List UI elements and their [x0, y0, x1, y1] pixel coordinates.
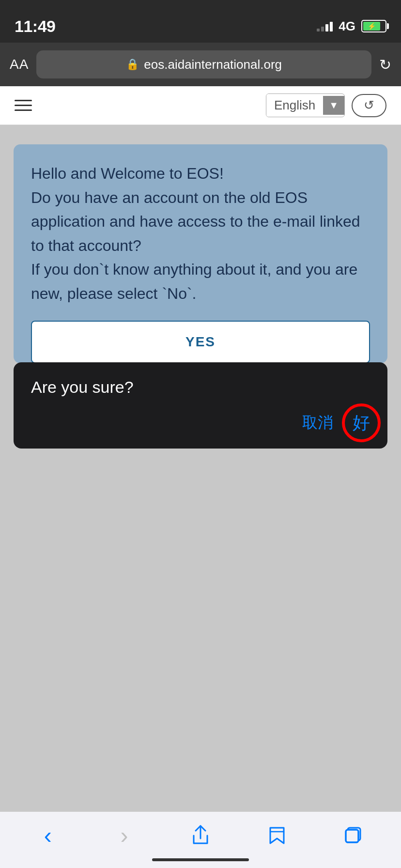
language-arrow-icon: ▼ [323, 96, 344, 115]
cancel-button[interactable]: 取消 [302, 412, 333, 434]
tabs-button[interactable] [334, 821, 372, 850]
welcome-line6: new, please select `No`. [31, 285, 197, 302]
bottom-bar: ‹ › [0, 811, 401, 868]
hamburger-line [15, 100, 32, 101]
hamburger-line [15, 105, 32, 106]
status-icons: 4G ⚡ [317, 19, 386, 34]
nav-right: English ▼ ↺ [266, 93, 386, 117]
home-indicator [152, 858, 249, 861]
language-selector[interactable]: English ▼ [266, 93, 345, 117]
reload-button[interactable]: ↺ [352, 94, 386, 117]
network-label: 4G [339, 19, 355, 34]
hamburger-line [15, 109, 32, 111]
lock-icon: 🔒 [126, 58, 139, 71]
url-bar[interactable]: 🔒 eos.aidainternational.org [36, 50, 371, 78]
reload-icon: ↺ [364, 98, 374, 113]
share-button[interactable] [181, 821, 220, 850]
bookmarks-button[interactable] [258, 821, 296, 850]
welcome-text: Hello and Welcome to EOS! Do you have an… [31, 162, 370, 306]
battery-icon: ⚡ [361, 20, 386, 32]
forward-button[interactable]: › [105, 821, 143, 850]
confirm-question: Are you sure? [31, 378, 370, 397]
language-text: English [266, 94, 323, 117]
page-content: Hello and Welcome to EOS! Do you have an… [0, 125, 401, 449]
welcome-line2: Do you have an account on the old EOS [31, 189, 308, 206]
welcome-line4: to that account? [31, 237, 141, 254]
hamburger-menu-button[interactable] [15, 100, 32, 111]
browser-aa-button[interactable]: AA [10, 57, 29, 72]
welcome-line3: application and have access to the e-mai… [31, 213, 360, 230]
welcome-line5: If you don`t know anything about it, and… [31, 261, 357, 278]
ok-button-wrapper: 好 [353, 411, 370, 435]
confirm-dialog: Are you sure? 取消 好 [14, 362, 387, 449]
yes-button[interactable]: YES [31, 321, 370, 363]
confirm-actions: 取消 好 [31, 411, 370, 435]
welcome-card: Hello and Welcome to EOS! Do you have an… [14, 144, 387, 363]
navbar: English ▼ ↺ [0, 86, 401, 125]
signal-icon [317, 21, 333, 31]
welcome-line1: Hello and Welcome to EOS! [31, 165, 224, 182]
refresh-icon[interactable]: ↻ [379, 56, 391, 73]
browser-bar: AA 🔒 eos.aidainternational.org ↻ [0, 43, 401, 86]
status-bar: 11:49 4G ⚡ [0, 0, 401, 43]
svg-rect-1 [346, 830, 358, 842]
ok-button[interactable]: 好 [353, 411, 370, 435]
back-button[interactable]: ‹ [29, 821, 67, 850]
status-time: 11:49 [15, 17, 55, 36]
url-text: eos.aidainternational.org [144, 57, 282, 72]
bottom-nav: ‹ › [0, 812, 401, 854]
